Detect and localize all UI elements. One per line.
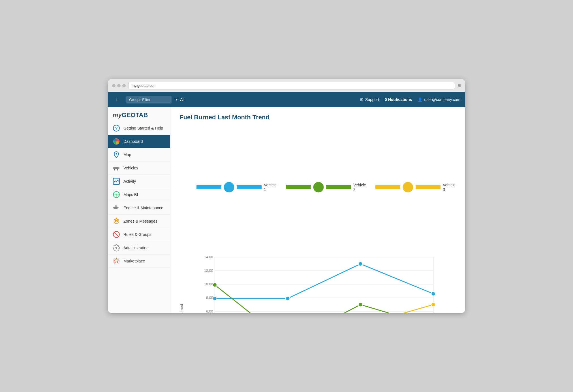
chart-svg-area: 0.002.004.006.008.0010.0012.0014.00Jun 0… [185, 251, 456, 313]
legend-item-vehicle-2: Vehicle 2 [286, 128, 366, 247]
notifications-button[interactable]: 0 Notifications [385, 97, 412, 102]
svg-point-54 [213, 283, 217, 287]
user-label: user@company.com [424, 97, 460, 102]
browser-menu-icon[interactable]: ≡ [458, 83, 461, 89]
svg-point-52 [358, 262, 363, 266]
browser-dot-1 [112, 84, 116, 87]
svg-point-51 [286, 296, 290, 301]
user-icon: 👤 [418, 97, 422, 102]
main-content: myGEOTAB ?Getting Started & HelpDashboar… [108, 107, 465, 313]
svg-point-56 [358, 303, 363, 307]
browser-chrome: my.geotab.com ≡ [108, 79, 465, 92]
svg-point-53 [431, 292, 435, 296]
sidebar-item-label-maps-bi: Maps BI [123, 192, 138, 197]
svg-text:14.00: 14.00 [204, 255, 213, 259]
sidebar-item-label-marketplace: Marketplace [123, 259, 145, 263]
chart-title: Fuel Burned Last Month Trend [179, 114, 456, 121]
svg-point-50 [213, 296, 217, 301]
sidebar: myGEOTAB ?Getting Started & HelpDashboar… [108, 107, 170, 313]
legend-item-vehicle-3: Vehicle 3 [375, 128, 456, 247]
back-button[interactable]: ← [113, 95, 123, 104]
support-label: Support [365, 97, 379, 102]
filter-label: All [180, 97, 185, 102]
address-bar[interactable]: my.geotab.com [129, 82, 455, 89]
browser-dot-3 [122, 84, 126, 87]
content-area: Fuel Burned Last Month Trend Vehicle 1 V… [170, 107, 465, 313]
sidebar-item-marketplace[interactable]: Marketplace [108, 255, 170, 268]
marketplace-icon [113, 257, 120, 265]
filter-dropdown[interactable]: ▼ All [175, 97, 184, 102]
svg-text:12.00: 12.00 [204, 269, 213, 273]
svg-rect-49 [215, 257, 433, 313]
sidebar-item-label-administration: Administration [123, 245, 149, 250]
sidebar-item-label-activity: Activity [123, 179, 136, 184]
sidebar-item-label-zones: Zones & Messages [123, 219, 157, 223]
top-bar: ← ▼ All ✉ Support 0 Notifications 👤 user… [108, 92, 465, 107]
user-button[interactable]: 👤 user@company.com [418, 97, 460, 102]
svg-text:6.00: 6.00 [206, 309, 213, 313]
sidebar-item-label-engine: Engine & Maintenance [123, 206, 163, 210]
sidebar-item-label-rules: Rules & Groups [123, 232, 151, 237]
support-button[interactable]: ✉ Support [360, 97, 379, 102]
browser-dots [112, 84, 126, 87]
support-icon: ✉ [360, 97, 364, 102]
legend-item-vehicle-1: Vehicle 1 [196, 128, 277, 247]
sidebar-item-label-dashboard: Dashboard [123, 139, 143, 144]
svg-text:8.00: 8.00 [206, 296, 213, 300]
svg-point-24 [223, 181, 236, 194]
groups-filter-input[interactable] [126, 96, 172, 104]
chart-legend: Vehicle 1 Vehicle 2 Vehicle 3 [196, 128, 456, 247]
chart-wrapper: Fuel Burned 0.002.004.006.008.0010.0012.… [179, 251, 456, 313]
svg-text:10.00: 10.00 [204, 282, 213, 286]
svg-point-26 [312, 181, 325, 194]
top-bar-right: ✉ Support 0 Notifications 👤 user@company… [360, 97, 460, 102]
svg-point-28 [401, 181, 414, 194]
svg-point-22 [113, 258, 119, 264]
svg-point-61 [431, 303, 435, 307]
y-axis-label: Fuel Burned [179, 304, 184, 313]
browser-dot-2 [117, 84, 121, 87]
filter-arrow-icon: ▼ [175, 98, 178, 102]
chart-svg: 0.002.004.006.008.0010.0012.0014.00Jun 0… [185, 251, 456, 313]
browser-window: my.geotab.com ≡ ← ▼ All ✉ Support 0 Noti… [108, 79, 465, 313]
sidebar-item-label-vehicles: Vehicles [123, 166, 138, 170]
sidebar-item-label-map: Map [123, 152, 131, 157]
sidebar-item-label-getting-started: Getting Started & Help [123, 126, 163, 130]
app-container: ← ▼ All ✉ Support 0 Notifications 👤 user… [108, 92, 465, 313]
